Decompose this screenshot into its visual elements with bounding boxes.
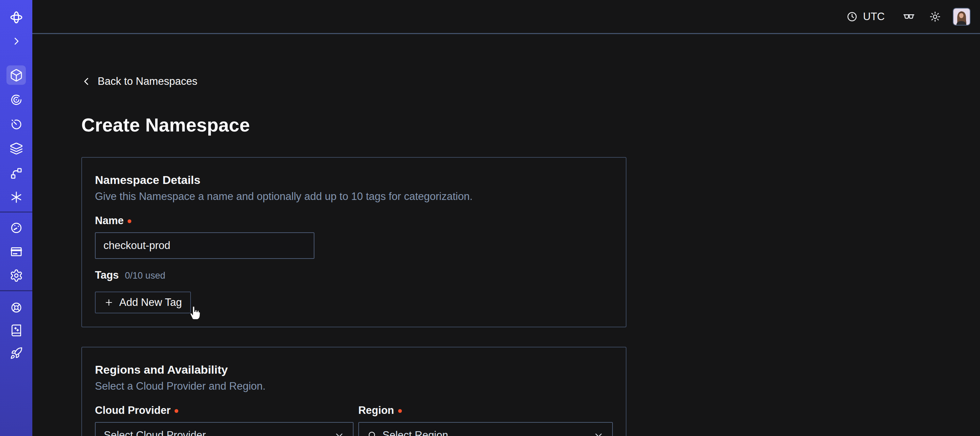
cloud-provider-select[interactable]: Select Cloud Provider bbox=[95, 422, 353, 436]
plus-icon bbox=[104, 298, 114, 307]
main-content: Back to Namespaces Create Namespace Name… bbox=[32, 35, 980, 436]
avatar[interactable] bbox=[953, 8, 970, 26]
back-link-label: Back to Namespaces bbox=[98, 75, 197, 88]
chevron-down-icon bbox=[334, 430, 345, 436]
docs-icon bbox=[10, 324, 23, 337]
timezone-label: UTC bbox=[863, 11, 885, 23]
batch-operations-icon bbox=[10, 166, 23, 180]
schedules-icon bbox=[10, 118, 23, 131]
topbar: UTC bbox=[32, 0, 980, 34]
usage-icon bbox=[10, 221, 23, 235]
sun-icon bbox=[929, 11, 941, 23]
billing-icon bbox=[10, 245, 23, 259]
page-title: Create Namespace bbox=[81, 114, 250, 136]
required-dot bbox=[398, 409, 402, 413]
chevron-left-icon bbox=[81, 76, 92, 86]
sidebar-item-docs[interactable] bbox=[6, 321, 26, 340]
sidebar-item-schedules[interactable] bbox=[6, 115, 26, 134]
back-link[interactable]: Back to Namespaces bbox=[81, 75, 197, 88]
sidebar-item-workflows[interactable] bbox=[6, 90, 26, 109]
chevron-right-icon bbox=[11, 36, 21, 46]
sidebar-divider bbox=[0, 290, 32, 291]
required-dot bbox=[127, 219, 131, 223]
name-label: Name bbox=[95, 215, 124, 227]
regions-card: Regions and Availability Select a Cloud … bbox=[81, 347, 627, 436]
cloud-provider-placeholder: Select Cloud Provider bbox=[104, 429, 206, 436]
settings-icon bbox=[10, 269, 23, 283]
add-new-tag-button[interactable]: Add New Tag bbox=[95, 292, 191, 313]
search-icon bbox=[367, 430, 377, 436]
timezone-button[interactable]: UTC bbox=[846, 11, 885, 23]
sidebar bbox=[0, 0, 32, 436]
sidebar-item-getting-started[interactable] bbox=[6, 343, 26, 363]
theme-toggle-button[interactable] bbox=[929, 11, 941, 23]
sidebar-item-settings[interactable] bbox=[6, 266, 26, 285]
sidebar-item-batch-operations[interactable] bbox=[6, 163, 26, 183]
sidebar-expand-button[interactable] bbox=[6, 31, 26, 51]
getting-started-icon bbox=[10, 347, 23, 360]
required-dot bbox=[175, 409, 178, 413]
clock-icon bbox=[846, 11, 858, 22]
sidebar-item-billing[interactable] bbox=[6, 242, 26, 261]
card-title: Namespace Details bbox=[95, 173, 613, 187]
support-icon bbox=[10, 301, 23, 314]
sidebar-item-usage[interactable] bbox=[6, 218, 26, 237]
region-select[interactable]: Select Region bbox=[358, 422, 613, 436]
region-label: Region bbox=[358, 404, 394, 417]
card-title: Regions and Availability bbox=[95, 363, 613, 377]
card-subtitle: Give this Namespace a name and optionall… bbox=[95, 190, 613, 203]
tags-label: Tags bbox=[95, 269, 119, 281]
sidebar-item-deployments[interactable] bbox=[6, 139, 26, 158]
sidebar-item-nexus[interactable] bbox=[6, 187, 26, 207]
namespaces-icon bbox=[10, 69, 23, 82]
workflows-icon bbox=[10, 93, 23, 107]
tags-count: 0/10 used bbox=[125, 270, 165, 281]
cloud-provider-label: Cloud Provider bbox=[95, 404, 170, 417]
glasses-icon bbox=[902, 10, 915, 23]
deployments-icon bbox=[10, 142, 23, 156]
data-converter-button[interactable] bbox=[902, 10, 915, 23]
sidebar-divider bbox=[0, 212, 32, 212]
region-placeholder: Select Region bbox=[382, 429, 448, 436]
add-new-tag-label: Add New Tag bbox=[119, 296, 182, 308]
namespace-name-input[interactable] bbox=[95, 232, 314, 259]
temporal-logo-icon bbox=[6, 8, 26, 27]
sidebar-item-support[interactable] bbox=[6, 298, 26, 317]
namespace-details-card: Namespace Details Give this Namespace a … bbox=[81, 157, 627, 327]
chevron-down-icon bbox=[593, 430, 604, 436]
sidebar-item-namespaces[interactable] bbox=[6, 65, 26, 85]
nexus-icon bbox=[10, 190, 23, 204]
card-subtitle: Select a Cloud Provider and Region. bbox=[95, 380, 613, 393]
